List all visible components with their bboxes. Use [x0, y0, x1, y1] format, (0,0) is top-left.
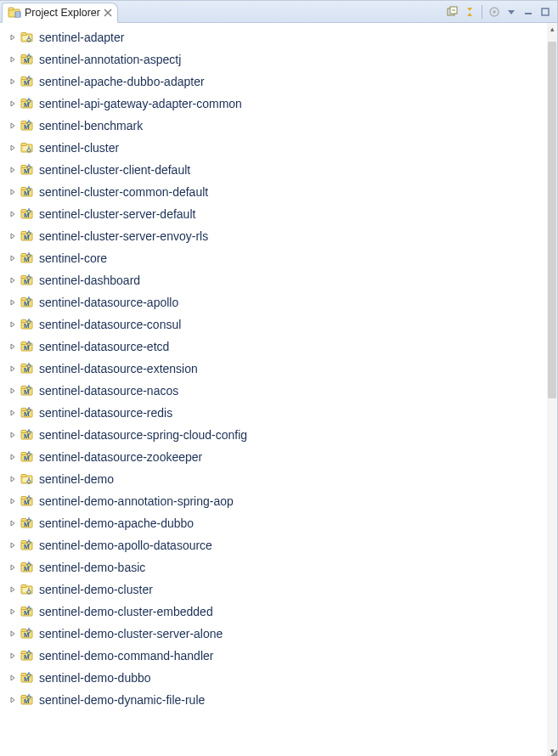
resize-handle-icon[interactable]: ◢ [547, 747, 557, 756]
expand-icon[interactable] [8, 453, 17, 462]
folder-project-icon [20, 583, 34, 596]
expand-icon[interactable] [8, 364, 17, 374]
tree-item[interactable]: sentinel-adapter [0, 26, 557, 48]
tree-item[interactable]: sentinel-demo-apache-dubbo [0, 512, 557, 534]
expand-icon[interactable] [8, 232, 17, 241]
tree-item[interactable]: sentinel-datasource-spring-cloud-config [0, 424, 557, 446]
project-label: sentinel-benchmark [39, 119, 143, 133]
maven-project-icon [20, 340, 34, 353]
project-label: sentinel-demo-cluster-server-alone [39, 627, 223, 640]
expand-icon[interactable] [8, 563, 17, 573]
focus-task-icon[interactable] [488, 5, 501, 19]
project-label: sentinel-datasource-spring-cloud-config [39, 428, 247, 442]
close-icon[interactable] [104, 8, 112, 17]
project-label: sentinel-demo-apollo-datasource [39, 539, 212, 552]
expand-icon[interactable] [8, 409, 17, 418]
folder-project-icon [20, 472, 34, 486]
expand-icon[interactable] [8, 254, 17, 263]
expand-icon[interactable] [8, 629, 17, 639]
scrollbar-thumb[interactable] [548, 42, 556, 398]
expand-icon[interactable] [8, 342, 17, 352]
tree-item[interactable]: sentinel-demo-cluster [0, 578, 557, 601]
tree-item[interactable]: sentinel-datasource-consul [0, 313, 557, 336]
tree-item[interactable]: sentinel-datasource-etcd [0, 336, 557, 358]
collapse-all-icon[interactable] [446, 5, 459, 19]
project-label: sentinel-adapter [39, 31, 124, 44]
project-label: sentinel-demo-cluster [39, 583, 153, 596]
tree-item[interactable]: sentinel-cluster-server-envoy-rls [0, 225, 557, 247]
tree-item[interactable]: sentinel-annotation-aspectj [0, 48, 557, 71]
expand-icon[interactable] [8, 276, 17, 285]
scroll-up-arrow[interactable]: ▴ [547, 23, 557, 35]
tree-item[interactable]: sentinel-datasource-apollo [0, 291, 557, 313]
expand-icon[interactable] [8, 585, 17, 595]
expand-icon[interactable] [8, 519, 17, 528]
expand-icon[interactable] [8, 652, 17, 661]
tree-item[interactable]: sentinel-core [0, 247, 557, 269]
tree-item[interactable]: sentinel-demo [0, 468, 557, 490]
tree-item[interactable]: sentinel-datasource-redis [0, 402, 557, 424]
project-label: sentinel-datasource-redis [39, 406, 172, 420]
tree-item[interactable]: sentinel-demo-command-handler [0, 645, 557, 667]
project-label: sentinel-annotation-aspectj [39, 53, 181, 66]
project-label: sentinel-demo-cluster-embedded [39, 605, 213, 618]
expand-icon[interactable] [8, 431, 17, 440]
tree-item[interactable]: sentinel-cluster [0, 137, 557, 159]
expand-icon[interactable] [8, 144, 17, 153]
svg-rect-12 [525, 13, 532, 14]
tree-item[interactable]: sentinel-dashboard [0, 269, 557, 291]
tree-item[interactable]: sentinel-demo-cluster-embedded [0, 601, 557, 623]
expand-icon[interactable] [8, 121, 17, 131]
project-label: sentinel-datasource-zookeeper [39, 450, 202, 464]
tree-item[interactable]: sentinel-apache-dubbo-adapter [0, 71, 557, 93]
expand-icon[interactable] [8, 541, 17, 550]
maven-project-icon [20, 207, 34, 221]
expand-icon[interactable] [8, 77, 17, 87]
view-menu-icon[interactable] [504, 5, 518, 19]
tree-item[interactable]: sentinel-demo-apollo-datasource [0, 534, 557, 556]
minimize-icon[interactable] [521, 5, 535, 19]
expand-icon[interactable] [8, 386, 17, 396]
expand-icon[interactable] [8, 497, 17, 506]
expand-icon[interactable] [8, 475, 17, 484]
maximize-icon[interactable] [538, 5, 552, 19]
expand-icon[interactable] [8, 210, 17, 219]
tree-item[interactable]: sentinel-cluster-client-default [0, 159, 557, 181]
project-label: sentinel-demo-dynamic-file-rule [39, 693, 205, 707]
expand-icon[interactable] [8, 607, 17, 617]
tree-item[interactable]: sentinel-datasource-extension [0, 358, 557, 380]
project-label: sentinel-datasource-consul [39, 318, 181, 331]
tree-item[interactable]: sentinel-benchmark [0, 115, 557, 137]
maven-project-icon [20, 539, 34, 552]
maven-project-icon [20, 450, 34, 464]
scrollbar-track[interactable] [547, 35, 557, 745]
project-label: sentinel-cluster-common-default [39, 185, 208, 199]
expand-icon[interactable] [8, 696, 17, 705]
tree-item[interactable]: sentinel-datasource-nacos [0, 380, 557, 402]
tree-item[interactable]: sentinel-demo-basic [0, 556, 557, 578]
tree-item[interactable]: sentinel-cluster-common-default [0, 181, 557, 203]
maven-project-icon [20, 75, 34, 88]
view-toolbar [446, 1, 557, 22]
expand-icon[interactable] [8, 298, 17, 307]
tree-item[interactable]: sentinel-demo-cluster-server-alone [0, 623, 557, 645]
expand-icon[interactable] [8, 188, 17, 197]
view-tab[interactable]: Project Explorer [2, 3, 118, 23]
maven-project-icon [20, 163, 34, 177]
expand-icon[interactable] [8, 55, 17, 65]
tree-item[interactable]: sentinel-cluster-server-default [0, 203, 557, 225]
expand-icon[interactable] [8, 99, 17, 109]
tree-item[interactable]: sentinel-api-gateway-adapter-common [0, 93, 557, 115]
tree-item[interactable]: sentinel-demo-annotation-spring-aop [0, 490, 557, 512]
tree-item[interactable]: sentinel-demo-dynamic-file-rule [0, 689, 557, 711]
expand-icon[interactable] [8, 674, 17, 683]
maven-project-icon [20, 274, 34, 287]
expand-icon[interactable] [8, 33, 17, 42]
project-label: sentinel-demo-annotation-spring-aop [39, 494, 234, 508]
tree-item[interactable]: sentinel-demo-dubbo [0, 667, 557, 689]
expand-icon[interactable] [8, 320, 17, 330]
tree-item[interactable]: sentinel-datasource-zookeeper [0, 446, 557, 468]
link-editor-icon[interactable] [463, 5, 476, 19]
expand-icon[interactable] [8, 166, 17, 175]
maven-project-icon [20, 119, 34, 133]
